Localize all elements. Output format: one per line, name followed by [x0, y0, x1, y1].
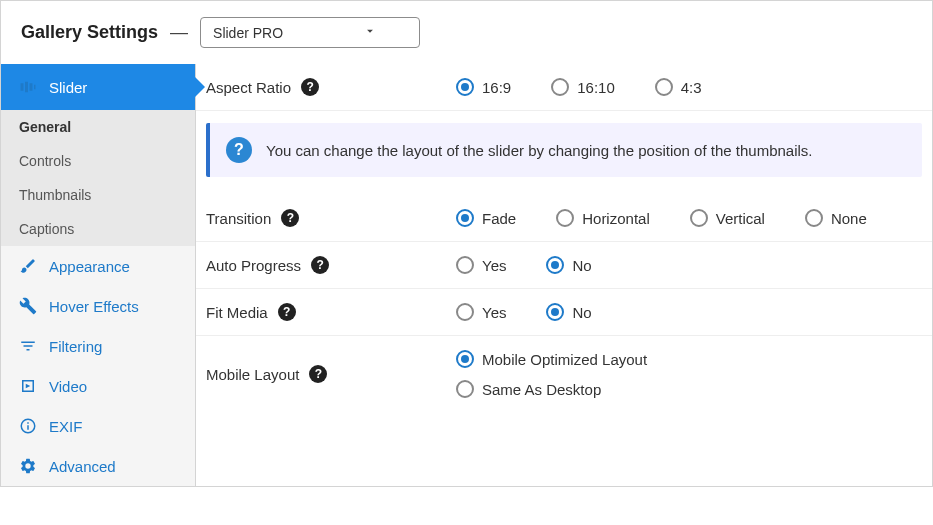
sidebar-sub-thumbnails[interactable]: Thumbnails — [1, 178, 195, 212]
sidebar-nav-filtering[interactable]: Filtering — [1, 326, 195, 366]
nav-label: Filtering — [49, 338, 102, 355]
radio-label: Horizontal — [582, 210, 650, 227]
radio-icon — [556, 209, 574, 227]
nav-label: Advanced — [49, 458, 116, 475]
radio-option[interactable]: Vertical — [690, 209, 765, 227]
radio-label: 16:9 — [482, 79, 511, 96]
dash: — — [170, 22, 188, 43]
info-icon: ? — [226, 137, 252, 163]
video-icon — [19, 377, 37, 395]
row-mobile: Mobile Layout ? Mobile Optimized LayoutS… — [196, 336, 932, 412]
svg-rect-0 — [21, 83, 24, 91]
radio-option[interactable]: Fade — [456, 209, 516, 227]
fitmedia-options: YesNo — [456, 303, 592, 321]
nav-label: Appearance — [49, 258, 130, 275]
sidebar-nav-exif[interactable]: EXIF — [1, 406, 195, 446]
radio-label: No — [572, 304, 591, 321]
label-autoprog: Auto Progress — [206, 257, 301, 274]
filter-icon — [19, 337, 37, 355]
radio-option[interactable]: 16:10 — [551, 78, 615, 96]
radio-icon — [456, 303, 474, 321]
radio-icon — [655, 78, 673, 96]
radio-icon — [456, 78, 474, 96]
gallery-type-select[interactable]: Slider PRO — [200, 17, 420, 48]
radio-option[interactable]: 16:9 — [456, 78, 511, 96]
radio-option[interactable]: 4:3 — [655, 78, 702, 96]
radio-label: Fade — [482, 210, 516, 227]
row-transition: Transition ? FadeHorizontalVerticalNone — [196, 195, 932, 242]
radio-label: Yes — [482, 304, 506, 321]
sidebar-nav-advanced[interactable]: Advanced — [1, 446, 195, 486]
wrench-icon — [19, 297, 37, 315]
radio-icon — [456, 350, 474, 368]
help-icon[interactable]: ? — [281, 209, 299, 227]
page-title: Gallery Settings — [21, 22, 158, 43]
help-icon[interactable]: ? — [278, 303, 296, 321]
radio-label: 16:10 — [577, 79, 615, 96]
brush-icon — [19, 257, 37, 275]
help-icon[interactable]: ? — [301, 78, 319, 96]
nav-label: Hover Effects — [49, 298, 139, 315]
radio-icon — [690, 209, 708, 227]
label-mobile: Mobile Layout — [206, 366, 299, 383]
sidebar-nav-appearance[interactable]: Appearance — [1, 246, 195, 286]
radio-option[interactable]: None — [805, 209, 867, 227]
radio-label: Vertical — [716, 210, 765, 227]
autoprog-options: YesNo — [456, 256, 592, 274]
nav-label: EXIF — [49, 418, 82, 435]
row-autoprogress: Auto Progress ? YesNo — [196, 242, 932, 289]
radio-icon — [805, 209, 823, 227]
radio-icon — [456, 209, 474, 227]
radio-label: Mobile Optimized Layout — [482, 351, 647, 368]
radio-label: None — [831, 210, 867, 227]
radio-option[interactable]: Mobile Optimized Layout — [456, 350, 647, 368]
sidebar-nav-video[interactable]: Video — [1, 366, 195, 406]
content-panel: Aspect Ratio ? 16:916:104:3 ? You can ch… — [196, 64, 932, 486]
mobile-options: Mobile Optimized LayoutSame As Desktop — [456, 350, 647, 398]
radio-option[interactable]: Yes — [456, 303, 506, 321]
radio-option[interactable]: Horizontal — [556, 209, 650, 227]
sidebar-tab-slider[interactable]: Slider — [1, 64, 195, 110]
radio-option[interactable]: Same As Desktop — [456, 380, 601, 398]
label-aspect: Aspect Ratio — [206, 79, 291, 96]
transition-options: FadeHorizontalVerticalNone — [456, 209, 867, 227]
info-box: ? You can change the layout of the slide… — [206, 123, 922, 177]
aspect-options: 16:916:104:3 — [456, 78, 702, 96]
sidebar: Slider General Controls Thumbnails Capti… — [1, 64, 196, 486]
svg-rect-2 — [30, 83, 33, 91]
radio-label: Yes — [482, 257, 506, 274]
svg-rect-3 — [34, 85, 36, 90]
slider-icon — [19, 78, 37, 96]
info-icon — [19, 417, 37, 435]
radio-icon — [546, 256, 564, 274]
sidebar-nav-hover[interactable]: Hover Effects — [1, 286, 195, 326]
header: Gallery Settings — Slider PRO — [1, 1, 932, 64]
svg-rect-1 — [25, 82, 28, 93]
label-transition: Transition — [206, 210, 271, 227]
radio-label: No — [572, 257, 591, 274]
radio-option[interactable]: No — [546, 256, 591, 274]
help-icon[interactable]: ? — [309, 365, 327, 383]
radio-icon — [546, 303, 564, 321]
row-fitmedia: Fit Media ? YesNo — [196, 289, 932, 336]
nav-label: Video — [49, 378, 87, 395]
radio-icon — [456, 380, 474, 398]
select-value: Slider PRO — [213, 25, 283, 41]
radio-icon — [551, 78, 569, 96]
info-text: You can change the layout of the slider … — [266, 142, 813, 159]
chevron-down-icon — [363, 24, 377, 41]
row-aspect-ratio: Aspect Ratio ? 16:916:104:3 — [196, 64, 932, 111]
radio-icon — [456, 256, 474, 274]
radio-option[interactable]: Yes — [456, 256, 506, 274]
sidebar-tab-label: Slider — [49, 79, 87, 96]
sidebar-sub-general[interactable]: General — [1, 110, 195, 144]
radio-label: Same As Desktop — [482, 381, 601, 398]
help-icon[interactable]: ? — [311, 256, 329, 274]
sidebar-sub-captions[interactable]: Captions — [1, 212, 195, 246]
sidebar-sub-controls[interactable]: Controls — [1, 144, 195, 178]
label-fitmedia: Fit Media — [206, 304, 268, 321]
radio-label: 4:3 — [681, 79, 702, 96]
gear-icon — [19, 457, 37, 475]
radio-option[interactable]: No — [546, 303, 591, 321]
